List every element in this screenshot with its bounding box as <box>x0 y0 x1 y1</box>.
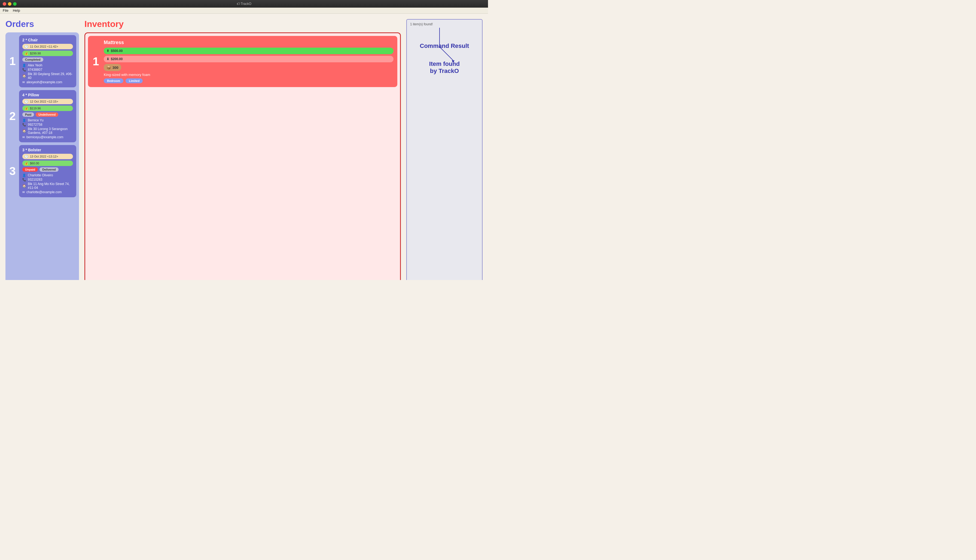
order-name-3: 👤 Charlotte Oliveiro <box>22 173 73 177</box>
inv-quantity-1: 📦 300 <box>104 64 121 71</box>
clock-icon-2: 🕐 <box>25 100 28 103</box>
inventory-title: Inventory <box>84 19 401 29</box>
badge-delivered: Delivered <box>40 167 58 172</box>
order-row-2: 2 4 * Pillow 🕐 12 Oct 2022 <12:15> 💰 $11… <box>8 90 76 142</box>
svg-marker-2 <box>452 60 455 63</box>
order-number-2: 2 <box>8 90 17 142</box>
email-icon-3: ✉ <box>22 190 25 194</box>
inv-item-number-1: 1 <box>92 40 100 83</box>
order-address-1: 🏠 Blk 30 Geylang Street 29, #06-40 <box>22 72 73 80</box>
command-result-box: 1 item(s) found! Command Result Item fou… <box>406 19 483 280</box>
close-button[interactable] <box>3 2 6 6</box>
badge-paid: Paid <box>22 112 34 117</box>
order-address-2: 🏠 Blk 30 Lorong 3 Serangoon Gardens, #07… <box>22 127 73 135</box>
orders-container: 1 2 * Chair 🕐 11 Oct 2022 <11:42> 💰 $299… <box>5 32 79 280</box>
titlebar-buttons <box>3 2 17 6</box>
order-address-3: 🏠 Blk 11 Ang Mo Kio Street 74, #11-04 <box>22 182 73 190</box>
minimize-button[interactable] <box>8 2 12 6</box>
order-row: 1 2 * Chair 🕐 11 Oct 2022 <11:42> 💰 $299… <box>8 35 76 87</box>
box-icon: 📦 <box>107 66 111 70</box>
inv-tag-limited: Limited <box>125 78 143 83</box>
order-phone-3: 📞 93210283 <box>22 178 73 182</box>
order-price-2: 💰 $119.96 <box>22 106 73 111</box>
menu-file[interactable]: File <box>3 8 8 13</box>
app-title: 🏷 TrackO <box>237 2 251 6</box>
email-icon-2: ✉ <box>22 135 25 139</box>
email-icon: ✉ <box>22 80 25 84</box>
menubar: File Help <box>0 8 488 13</box>
home-icon-3: 🏠 <box>22 184 26 188</box>
order-card-2[interactable]: 4 * Pillow 🕐 12 Oct 2022 <12:15> 💰 $119.… <box>19 90 76 142</box>
order-phone-2: 📞 99272758 <box>22 123 73 127</box>
order-number-3: 3 <box>8 145 17 197</box>
order-datetime-1: 🕐 11 Oct 2022 <11:42> <box>22 44 73 49</box>
person-icon-2: 👤 <box>22 118 26 122</box>
phone-icon: 📞 <box>22 68 26 72</box>
order-name-2: 👤 Bernice Yu <box>22 118 73 122</box>
phone-icon-3: 📞 <box>22 178 26 182</box>
inv-tag-bedroom: Bedroom <box>104 78 124 83</box>
order-phone-1: 📞 87438807 <box>22 68 73 72</box>
order-email-2: ✉ berniceyu@example.com <box>22 135 73 139</box>
person-icon: 👤 <box>22 64 26 67</box>
order-number-1: 1 <box>8 35 17 87</box>
order-badges-3: Unpaid Delivered <box>22 167 73 172</box>
order-price-3: 💰 $60.00 <box>22 160 73 166</box>
inv-buy-price-1: ⬇ $200.00 <box>104 56 393 62</box>
orders-section: Orders 1 2 * Chair 🕐 11 Oct 2022 <11:42>… <box>5 19 79 280</box>
right-panel: 1 item(s) found! Command Result Item fou… <box>406 19 483 280</box>
svg-line-1 <box>440 47 453 60</box>
order-datetime-2: 🕐 12 Oct 2022 <12:15> <box>22 99 73 104</box>
maximize-button[interactable] <box>13 2 17 6</box>
person-icon-3: 👤 <box>22 173 26 177</box>
up-arrow-icon: ⬆ <box>107 49 109 53</box>
inv-item-name-1: Mattress <box>104 40 393 45</box>
content-area: Orders 1 2 * Chair 🕐 11 Oct 2022 <11:42>… <box>0 13 488 280</box>
order-badges-2: Paid Undelivered <box>22 112 73 117</box>
badge-unpaid: Unpaid <box>22 167 38 172</box>
order-card-3[interactable]: 3 * Bolster 🕐 13 Oct 2022 <13:12> 💰 $60.… <box>19 145 76 197</box>
clock-icon-3: 🕐 <box>25 155 28 158</box>
annotation-arrow-svg <box>423 25 461 68</box>
order-badges-1: Completed <box>22 57 73 62</box>
app-body: Orders 1 2 * Chair 🕐 11 Oct 2022 <11:42>… <box>0 13 488 280</box>
order-card-1[interactable]: 2 * Chair 🕐 11 Oct 2022 <11:42> 💰 $299.9… <box>19 35 76 87</box>
clock-icon: 🕐 <box>25 45 28 48</box>
inventory-item-1[interactable]: 1 Mattress ⬆ $500.00 ⬇ $200.00 📦 <box>88 36 397 87</box>
order-name-1: 👤 Alex Yeoh <box>22 63 73 67</box>
inv-tags-1: Bedroom Limited <box>104 78 393 83</box>
inventory-container: 1 Mattress ⬆ $500.00 ⬇ $200.00 📦 <box>84 32 401 280</box>
order-title-3: 3 * Bolster <box>22 148 73 152</box>
order-title-2: 4 * Pillow <box>22 93 73 97</box>
order-row-3: 3 3 * Bolster 🕐 13 Oct 2022 <13:12> 💰 $6… <box>8 145 76 197</box>
order-email-1: ✉ alexyeoh@example.com <box>22 80 73 84</box>
money-icon-2: 💰 <box>25 107 28 110</box>
phone-icon-2: 📞 <box>22 123 26 127</box>
titlebar: 🏷 TrackO <box>0 0 488 8</box>
orders-title: Orders <box>5 19 79 29</box>
order-price-1: 💰 $299.98 <box>22 51 73 56</box>
down-arrow-icon: ⬇ <box>107 57 109 61</box>
order-email-3: ✉ charlotte@example.com <box>22 190 73 194</box>
order-datetime-3: 🕐 13 Oct 2022 <13:12> <box>22 154 73 159</box>
money-icon-3: 💰 <box>25 162 28 165</box>
menu-help[interactable]: Help <box>13 8 20 13</box>
order-title-1: 2 * Chair <box>22 38 73 42</box>
inventory-section: Inventory 1 Mattress ⬆ $500.00 ⬇ $200.00 <box>84 19 401 280</box>
inv-description-1: King-sized with memory foam <box>104 73 393 77</box>
badge-undelivered: Undelivered <box>36 112 58 117</box>
badge-completed: Completed <box>22 57 43 62</box>
home-icon: 🏠 <box>22 74 26 78</box>
home-icon-2: 🏠 <box>22 129 26 133</box>
inv-sell-price-1: ⬆ $500.00 <box>104 48 393 54</box>
inv-item-details-1: Mattress ⬆ $500.00 ⬇ $200.00 📦 300 <box>104 40 393 83</box>
money-icon: 💰 <box>25 52 28 55</box>
